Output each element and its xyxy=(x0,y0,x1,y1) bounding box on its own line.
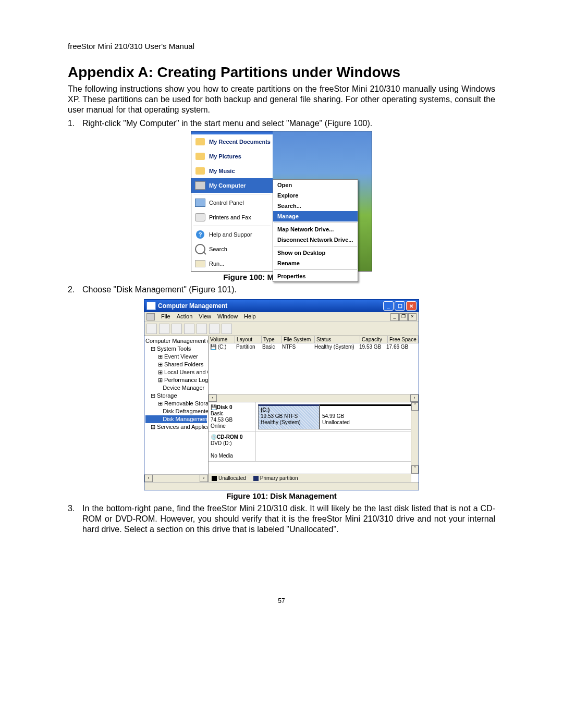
context-item-show-desktop[interactable]: Show on Desktop xyxy=(273,248,358,258)
step-text: In the bottom-right pane, find the freeS… xyxy=(82,503,495,535)
cell-capacity: 19.53 GB xyxy=(358,343,385,350)
partition-c[interactable]: (C:) 19.53 GB NTFS Healthy (System) xyxy=(258,404,320,429)
menu-window[interactable]: Window xyxy=(217,313,238,320)
tree-shared-folders[interactable]: ⊞ Shared Folders xyxy=(145,361,207,368)
app-icon-small xyxy=(146,313,155,320)
child-restore-button[interactable]: ❐ xyxy=(399,313,408,321)
context-item-open[interactable]: Open xyxy=(273,180,358,190)
tree-disk-defragmenter[interactable]: Disk Defragmenter xyxy=(145,408,207,415)
start-item-label: My Pictures xyxy=(209,153,241,159)
minimize-button[interactable]: _ xyxy=(383,301,394,311)
volume-header-row: Volume Layout Type File System Status Ca… xyxy=(209,336,419,343)
export-list-button[interactable] xyxy=(222,324,232,334)
col-capacity[interactable]: Capacity xyxy=(360,336,388,343)
tree-event-viewer[interactable]: ⊞ Event Viewer xyxy=(145,353,207,361)
start-item-control-panel[interactable]: Control Panel xyxy=(191,195,273,210)
scroll-left-arrow-icon[interactable]: ‹ xyxy=(209,394,217,402)
control-panel-icon xyxy=(194,197,206,208)
close-button[interactable]: ✕ xyxy=(406,301,417,311)
tree-storage[interactable]: ⊟ Storage xyxy=(145,392,207,400)
context-item-search[interactable]: Search... xyxy=(273,201,358,211)
properties-button[interactable] xyxy=(197,324,207,334)
col-layout[interactable]: Layout xyxy=(235,336,262,343)
legend-bar: Unallocated Primary partition xyxy=(209,474,411,482)
child-minimize-button[interactable]: _ xyxy=(390,313,399,321)
folder-icon xyxy=(194,165,206,177)
context-item-properties[interactable]: Properties xyxy=(273,271,358,281)
start-item-label: My Music xyxy=(209,168,235,174)
start-item-label: Help and Suppor xyxy=(209,231,252,238)
tree-system-tools[interactable]: ⊟ System Tools xyxy=(145,345,207,353)
tree-perf-logs[interactable]: ⊞ Performance Logs and Alerts xyxy=(145,376,207,384)
show-hide-tree-button[interactable] xyxy=(184,324,194,334)
cell-filesystem: NTFS xyxy=(280,343,313,350)
disk-vertical-scrollbar[interactable]: ˄ ˅ xyxy=(411,402,419,474)
appendix-title: Appendix A: Creating Partitions under Wi… xyxy=(68,64,495,81)
start-item-run[interactable]: Run... xyxy=(191,256,273,271)
start-item-label: Control Panel xyxy=(209,200,244,206)
refresh-button[interactable] xyxy=(209,324,219,334)
back-button[interactable] xyxy=(146,324,157,334)
tree-device-manager[interactable]: Device Manager xyxy=(145,384,207,392)
menu-action[interactable]: Action xyxy=(177,313,193,320)
scroll-left-arrow-icon[interactable]: ‹ xyxy=(144,475,153,482)
context-item-manage[interactable]: Manage xyxy=(273,211,358,221)
start-item-label: My Recent Documents xyxy=(209,139,271,145)
partition-unallocated[interactable]: 54.99 GB Unallocated xyxy=(320,404,417,429)
context-item-explore[interactable]: Explore xyxy=(273,190,358,201)
menu-view[interactable]: View xyxy=(199,313,211,320)
scroll-right-arrow-icon[interactable]: › xyxy=(200,475,208,482)
volume-row-c[interactable]: 💾 (C:) Partition Basic NTFS Healthy (Sys… xyxy=(209,343,419,350)
up-button[interactable] xyxy=(172,324,182,334)
col-free-space[interactable]: Free Space xyxy=(388,336,419,343)
start-item-label: Search xyxy=(209,246,227,252)
cell-layout: Partition xyxy=(235,343,261,350)
scroll-down-arrow-icon[interactable]: ˅ xyxy=(411,465,419,474)
tree-services-apps[interactable]: ⊞ Services and Applications xyxy=(145,423,207,431)
col-status[interactable]: Status xyxy=(315,336,360,343)
col-type[interactable]: Type xyxy=(262,336,282,343)
tree-horizontal-scrollbar[interactable]: ‹ › xyxy=(144,474,208,482)
maximize-button[interactable]: ☐ xyxy=(395,301,405,311)
context-item-disconnect-drive[interactable]: Disconnect Network Drive... xyxy=(273,235,358,245)
scroll-up-arrow-icon[interactable]: ˄ xyxy=(411,402,419,411)
scroll-right-arrow-icon[interactable]: › xyxy=(410,394,419,402)
cdrom-0-label: 💿CD-ROM 0 DVD (D:) No Media xyxy=(209,432,256,461)
computer-icon xyxy=(194,180,206,191)
folder-icon xyxy=(194,136,206,147)
cell-type: Basic xyxy=(261,343,280,350)
start-item-recent[interactable]: My Recent Documents xyxy=(191,134,273,149)
tree-removable-storage[interactable]: ⊞ Removable Storage xyxy=(145,400,207,408)
context-item-map-drive[interactable]: Map Network Drive... xyxy=(273,224,358,235)
step-number: 2. xyxy=(68,285,82,295)
tree-disk-management[interactable]: Disk Management xyxy=(145,415,207,423)
start-item-search[interactable]: Search xyxy=(191,242,273,256)
volume-list[interactable]: Volume Layout Type File System Status Ca… xyxy=(209,336,419,402)
start-item-help[interactable]: ? Help and Suppor xyxy=(191,227,273,242)
help-icon: ? xyxy=(194,229,206,240)
window-titlebar[interactable]: Computer Management _ ☐ ✕ xyxy=(144,300,419,312)
tree-root[interactable]: Computer Management (Local) xyxy=(145,337,207,345)
tree-local-users[interactable]: ⊞ Local Users and Groups xyxy=(145,368,207,376)
disk-0-row[interactable]: 💾Disk 0 Basic 74.53 GB Online (C:) 19.53… xyxy=(209,402,419,432)
forward-button[interactable] xyxy=(159,324,169,334)
intro-paragraph: The following instructions show you how … xyxy=(68,84,495,115)
app-icon xyxy=(146,302,156,310)
child-close-button[interactable]: × xyxy=(408,313,417,321)
cdrom-0-row[interactable]: 💿CD-ROM 0 DVD (D:) No Media xyxy=(209,432,419,462)
start-item-pictures[interactable]: My Pictures xyxy=(191,149,273,164)
col-volume[interactable]: Volume xyxy=(209,336,235,343)
start-item-my-computer[interactable]: My Computer xyxy=(191,178,273,193)
context-item-rename[interactable]: Rename xyxy=(273,258,358,268)
window-title: Computer Management xyxy=(158,302,227,310)
volume-horizontal-scrollbar[interactable]: ‹ › xyxy=(209,394,419,402)
start-item-printers[interactable]: Printers and Fax xyxy=(191,210,273,225)
menu-file[interactable]: File xyxy=(161,313,170,320)
tree-pane[interactable]: Computer Management (Local) ⊟ System Too… xyxy=(144,336,209,482)
graphical-disk-pane[interactable]: 💾Disk 0 Basic 74.53 GB Online (C:) 19.53… xyxy=(209,402,419,482)
col-filesystem[interactable]: File System xyxy=(282,336,315,343)
cell-status: Healthy (System) xyxy=(313,343,358,350)
start-item-music[interactable]: My Music xyxy=(191,164,273,178)
menu-help[interactable]: Help xyxy=(244,313,256,320)
doc-header: freeStor Mini 210/310 User's Manual xyxy=(68,42,495,51)
